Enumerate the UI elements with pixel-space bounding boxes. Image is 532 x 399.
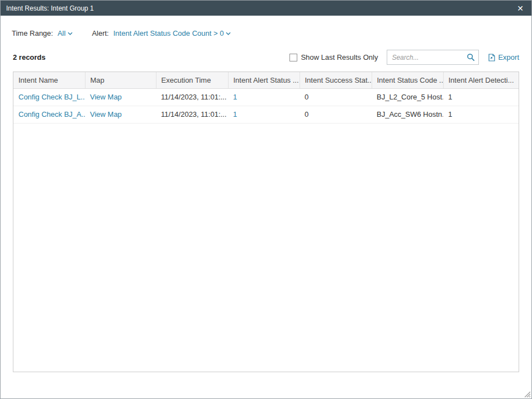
alert-label: Alert: bbox=[92, 29, 108, 37]
chevron-down-icon bbox=[68, 32, 73, 35]
toolbar: 2 records Show Last Results Only bbox=[1, 37, 531, 72]
search-input[interactable] bbox=[387, 54, 463, 61]
alert-status-count-link[interactable]: 1 bbox=[233, 93, 237, 101]
column-header-intent-success-status[interactable]: Intent Success Stat... bbox=[300, 72, 372, 88]
export-label: Export bbox=[498, 53, 519, 61]
execution-time-cell: 11/14/2023, 11:01:... bbox=[156, 88, 228, 106]
alert-status-count-link[interactable]: 1 bbox=[233, 110, 237, 118]
time-range-dropdown[interactable]: All bbox=[58, 29, 73, 37]
view-map-link[interactable]: View Map bbox=[90, 93, 122, 101]
column-header-intent-name[interactable]: Intent Name bbox=[13, 72, 85, 88]
success-status-cell: 0 bbox=[300, 106, 372, 123]
column-header-map[interactable]: Map bbox=[85, 72, 156, 88]
alert-detection-cell: 1 bbox=[443, 106, 519, 123]
chevron-down-icon bbox=[226, 32, 231, 35]
export-button[interactable]: Export bbox=[488, 53, 519, 61]
records-count: 2 records bbox=[13, 53, 46, 61]
toolbar-right: Show Last Results Only Export bbox=[289, 50, 519, 65]
time-range-value: All bbox=[58, 29, 65, 37]
search-icon[interactable] bbox=[463, 50, 478, 64]
filters-row: Time Range: All Alert: Intent Alert Stat… bbox=[1, 16, 531, 37]
intent-name-link[interactable]: Config Check BJ_A... bbox=[18, 110, 85, 118]
dialog-titlebar: Intent Results: Intent Group 1 ✕ bbox=[1, 1, 531, 16]
column-header-intent-alert-status[interactable]: Intent Alert Status ... bbox=[228, 72, 300, 88]
close-icon[interactable]: ✕ bbox=[515, 3, 526, 13]
view-map-link[interactable]: View Map bbox=[90, 110, 122, 118]
resize-grip-icon[interactable] bbox=[524, 391, 530, 397]
checkbox-box[interactable] bbox=[289, 54, 297, 61]
export-icon bbox=[488, 54, 496, 61]
table-header-row: Intent Name Map Execution Time Intent Al… bbox=[13, 72, 519, 88]
search-box bbox=[387, 50, 479, 65]
success-status-cell: 0 bbox=[300, 88, 372, 106]
status-code-cell: BJ_Acc_SW6 Hostn... bbox=[372, 106, 443, 123]
time-range-label: Time Range: bbox=[12, 29, 53, 37]
table-row: Config Check BJ_L... View Map 11/14/2023… bbox=[13, 88, 519, 106]
column-header-intent-alert-detection[interactable]: Intent Alert Detecti... bbox=[443, 72, 519, 88]
checkbox-label: Show Last Results Only bbox=[301, 53, 378, 61]
intent-results-dialog: Intent Results: Intent Group 1 ✕ Time Ra… bbox=[0, 0, 532, 399]
dialog-title: Intent Results: Intent Group 1 bbox=[6, 4, 94, 12]
intent-name-link[interactable]: Config Check BJ_L... bbox=[18, 93, 85, 101]
results-table: Intent Name Map Execution Time Intent Al… bbox=[13, 72, 519, 372]
table-row: Config Check BJ_A... View Map 11/14/2023… bbox=[13, 106, 519, 123]
status-code-cell: BJ_L2_Core_5 Host... bbox=[372, 88, 443, 106]
alert-value: Intent Alert Status Code Count > 0 bbox=[113, 29, 224, 37]
column-header-intent-status-code[interactable]: Intent Status Code ... bbox=[372, 72, 443, 88]
alert-detection-cell: 1 bbox=[443, 88, 519, 106]
show-last-results-checkbox[interactable]: Show Last Results Only bbox=[289, 53, 378, 61]
execution-time-cell: 11/14/2023, 11:01:... bbox=[156, 106, 228, 123]
column-header-execution-time[interactable]: Execution Time bbox=[156, 72, 228, 88]
alert-dropdown[interactable]: Intent Alert Status Code Count > 0 bbox=[113, 29, 231, 37]
